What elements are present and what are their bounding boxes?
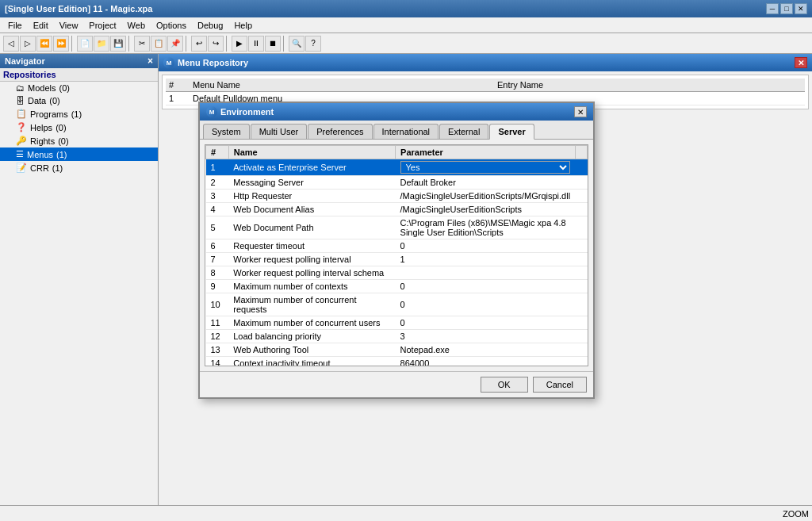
toolbar-btn-1[interactable]: ◁ [3,36,19,52]
toolbar-btn-10[interactable]: 📌 [167,36,183,52]
toolbar-btn-13[interactable]: ▶ [232,36,247,52]
env-row-name: Messaging Server [228,176,395,190]
env-row-num: 4 [206,203,229,216]
sidebar-item-label-crr: CRR [30,163,49,173]
env-table-row[interactable]: 9Maximum number of contexts0 [206,280,588,293]
env-row-scroll [575,203,587,216]
toolbar-sep-4 [226,36,229,52]
menu-options[interactable]: Options [151,20,191,31]
menu-repo-column-headers: # Menu Name Entry Name [166,79,805,92]
toolbar: ◁ ▷ ⏪ ⏩ 📄 📁 💾 ✂ 📋 📌 ↩ ↪ ▶ ⏸ ⏹ 🔍 ? [0,33,812,54]
sidebar-item-helps[interactable]: ❓ Helps (0) [0,121,158,134]
toolbar-btn-2[interactable]: ▷ [20,36,36,52]
tab-server[interactable]: Server [489,124,534,140]
menu-debug[interactable]: Debug [193,20,228,31]
maximize-button[interactable]: □ [780,3,793,14]
env-row-num: 7 [206,253,229,266]
cancel-button[interactable]: Cancel [533,377,587,393]
tab-multi-user[interactable]: Multi User [251,124,308,139]
toolbar-btn-11[interactable]: ↩ [191,36,207,52]
tab-external[interactable]: External [439,124,488,139]
env-table-row[interactable]: 3Http Requester/MagicSingleUserEditionSc… [206,190,588,203]
sidebar-item-label-data: Data [28,96,46,105]
env-dialog-close-button[interactable]: ✕ [574,106,587,117]
sidebar-item-count-helps: (0) [56,123,66,132]
sidebar-item-label-menus: Menus [27,150,53,159]
sidebar-item-rights[interactable]: 🔑 Rights (0) [0,134,158,147]
sidebar-item-label-rights: Rights [30,136,55,146]
env-table-row[interactable]: 10Maximum number of concurrent requests0 [206,293,588,316]
toolbar-btn-15[interactable]: ⏹ [265,36,281,52]
toolbar-btn-17[interactable]: ? [305,36,321,52]
sidebar-item-label-helps: Helps [30,123,52,132]
env-row-param: 0 [396,293,576,316]
tab-international[interactable]: International [373,124,439,139]
env-table-row[interactable]: 1Activate as Enterprise ServerYes [206,159,588,176]
toolbar-btn-3[interactable]: ⏪ [36,36,52,52]
menu-file[interactable]: File [3,20,27,31]
app-title: [Single User Edition] 11 - Magic.xpa [5,4,152,13]
crr-icon: 📝 [16,163,27,173]
env-row-scroll [575,293,587,316]
statusbar: ZOOM [0,505,812,521]
env-col-param: Parameter [396,146,576,159]
menu-project[interactable]: Project [84,20,121,31]
env-table-row[interactable]: 2Messaging ServerDefault Broker [206,176,588,190]
close-button[interactable]: ✕ [795,3,807,14]
menu-repo-close-button[interactable]: ✕ [795,57,807,68]
env-row-num: 11 [206,316,229,330]
sidebar-section-repositories: Repositories [0,68,158,82]
menu-web[interactable]: Web [123,20,150,31]
env-table-row[interactable]: 13Web Authoring ToolNotepad.exe [206,343,588,357]
col-header-menu-name: Menu Name [193,80,497,90]
env-row-num: 14 [206,357,229,367]
models-icon: 🗂 [16,83,25,93]
sidebar-item-count-programs: (1) [71,109,82,119]
sidebar-item-menus[interactable]: ☰ Menus (1) [0,147,158,161]
tab-preferences[interactable]: Preferences [308,124,372,139]
sidebar-item-models[interactable]: 🗂 Models (0) [0,82,158,94]
toolbar-btn-4[interactable]: ⏩ [53,36,69,52]
toolbar-btn-7[interactable]: 💾 [110,36,126,52]
env-table-row[interactable]: 11Maximum number of concurrent users0 [206,316,588,330]
env-row-param: C:\Program Files (x86)\MSE\Magic xpa 4.8… [396,216,576,239]
env-table-row[interactable]: 14Context inactivity timeout864000 [206,357,588,367]
toolbar-btn-9[interactable]: 📋 [151,36,167,52]
env-row-scroll [575,357,587,367]
sidebar-item-programs[interactable]: 📋 Programs (1) [0,107,158,121]
toolbar-btn-8[interactable]: ✂ [134,36,150,52]
sidebar-item-count-crr: (1) [52,163,63,173]
app-titlebar: [Single User Edition] 11 - Magic.xpa ─ □… [0,0,812,17]
env-param-dropdown[interactable]: Yes [400,161,571,174]
env-table-row[interactable]: 4Web Document Alias/MagicSingleUserEditi… [206,203,588,216]
env-row-name: Web Authoring Tool [228,343,395,357]
sidebar-close-button[interactable]: × [147,56,153,67]
env-table-row[interactable]: 12Load balancing priority3 [206,330,588,343]
toolbar-btn-16[interactable]: 🔍 [289,36,304,52]
env-row-param[interactable]: Yes [396,159,576,176]
env-row-scroll [575,253,587,266]
env-table-row[interactable]: 6Requester timeout0 [206,239,588,253]
minimize-button[interactable]: ─ [766,3,779,14]
menu-edit[interactable]: Edit [29,20,53,31]
env-table-row[interactable]: 8Worker request polling interval schema [206,266,588,280]
toolbar-btn-5[interactable]: 📄 [77,36,93,52]
sidebar-item-data[interactable]: 🗄 Data (0) [0,94,158,107]
tab-system[interactable]: System [203,124,250,139]
env-table-row[interactable]: 7Worker request polling interval1 [206,253,588,266]
menu-view[interactable]: View [55,20,83,31]
toolbar-btn-6[interactable]: 📁 [94,36,109,52]
sidebar-item-crr[interactable]: 📝 CRR (1) [0,161,158,174]
sidebar-item-label-models: Models [28,83,56,93]
env-row-name: Worker request polling interval schema [228,266,395,280]
toolbar-btn-14[interactable]: ⏸ [248,36,264,52]
toolbar-btn-12[interactable]: ↪ [208,36,224,52]
env-row-name: Web Document Alias [228,203,395,216]
env-table-container: # Name Parameter 1Activate as Enterprise… [205,144,588,366]
menu-help[interactable]: Help [229,20,257,31]
sidebar-item-count-menus: (1) [56,150,67,159]
env-tab-bar: System Multi User Preferences Internatio… [200,121,593,140]
rights-icon: 🔑 [16,136,27,146]
ok-button[interactable]: OK [481,377,528,393]
env-table-row[interactable]: 5Web Document PathC:\Program Files (x86)… [206,216,588,239]
